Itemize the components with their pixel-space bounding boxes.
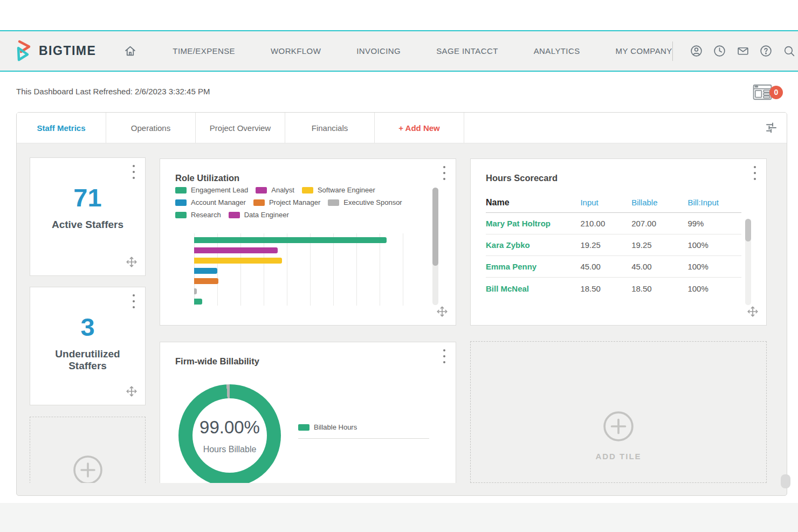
legend-label: Account Manager [191, 198, 246, 206]
billable-value: 19.25 [631, 240, 687, 250]
bill-input-value: 100% [687, 284, 741, 293]
add-tile-placeholder-left[interactable]: ADD TILE [30, 417, 146, 483]
add-tile-placeholder-right[interactable]: ADD TILE [470, 341, 767, 483]
nav-icon-group [672, 42, 796, 61]
bar-project-manager[interactable] [194, 278, 218, 284]
bigtime-logo-icon [14, 39, 33, 64]
nav-item-time-expense[interactable]: TIME/EXPENSE [173, 46, 235, 56]
billability-legend: Billable Hours [298, 423, 429, 439]
bar-account-manager[interactable] [194, 268, 217, 274]
add-tile-label: ADD TILE [595, 452, 641, 461]
tab-staff-metrics[interactable]: Staff Metrics [17, 113, 106, 143]
bill-input-value: 99% [687, 219, 741, 228]
page-scrollbar-thumb[interactable] [781, 474, 790, 488]
bigtime-logo[interactable]: BIGTIME [14, 39, 96, 64]
bill-input-value: 100% [687, 240, 741, 250]
column-header-billable[interactable]: Billable [631, 198, 687, 207]
legend-label: Engagement Lead [191, 186, 248, 194]
legend-swatch [229, 212, 240, 218]
tile-menu-button[interactable] [130, 165, 137, 179]
nav-item-workflow[interactable]: WORKFLOW [271, 46, 321, 56]
top-navigation-bar: BIGTIME TIME/EXPENSE WORKFLOW INVOICING … [0, 30, 798, 72]
nav-item-invoicing[interactable]: INVOICING [356, 46, 401, 56]
column-header-input[interactable]: Input [580, 198, 631, 207]
legend-label: Project Manager [269, 198, 320, 206]
notification-badge[interactable]: 0 [769, 86, 783, 99]
home-icon[interactable] [123, 44, 137, 58]
bar-analyst[interactable] [194, 247, 278, 253]
search-icon[interactable] [782, 44, 796, 58]
table-row: Mary Pat Holtrop 210.00 207.00 99% [486, 213, 741, 234]
staffer-name-link[interactable]: Bill McNeal [486, 284, 580, 293]
last-refreshed-text: This Dashboard Last Refreshed: 2/6/2023 … [16, 87, 210, 96]
chart-scrollbar-thumb[interactable] [432, 188, 438, 266]
table-row: Emma Penny 45.00 45.00 100% [486, 256, 741, 278]
tab-financials[interactable]: Financials [285, 113, 375, 143]
input-value: 210.00 [580, 219, 631, 228]
move-handle-icon[interactable] [436, 306, 448, 320]
nav-item-my-company[interactable]: MY COMPANY [616, 46, 672, 56]
bar-engagement-lead[interactable] [194, 237, 387, 243]
scorecard-header-row: Name Input Billable Bill:Input [486, 192, 741, 213]
legend-swatch [328, 199, 339, 206]
tile-menu-button[interactable] [130, 294, 137, 308]
bar-executive-sponsor[interactable] [194, 288, 197, 294]
clock-icon[interactable] [713, 44, 727, 58]
tile-menu-button[interactable] [441, 166, 448, 180]
move-handle-icon[interactable] [126, 256, 137, 270]
help-icon[interactable] [759, 44, 773, 58]
tile-menu-button[interactable] [751, 166, 759, 180]
mail-icon[interactable] [736, 44, 750, 58]
billable-value: 45.00 [631, 262, 687, 271]
staffer-name-link[interactable]: Mary Pat Holtrop [486, 219, 580, 228]
active-staffers-tile: 71 Active Staffers [30, 157, 146, 276]
firmwide-billability-card: Firm-wide Billability 99.00% Hours Billa… [160, 342, 456, 483]
hours-scorecard-table: Name Input Billable Bill:Input Mary Pat … [486, 192, 741, 299]
page-bottom-strip [0, 503, 798, 532]
input-value: 19.25 [580, 240, 631, 250]
move-handle-icon[interactable] [747, 306, 759, 320]
hours-scorecard-title: Hours Scorecard [486, 173, 558, 183]
input-value: 18.50 [580, 284, 631, 293]
dashboard-tab-bar: Staff Metrics Operations Project Overvie… [17, 113, 787, 143]
underutilized-staffers-tile: 3 Underutilized Staffers [30, 287, 146, 405]
bar-research[interactable] [194, 299, 202, 305]
column-header-name[interactable]: Name [486, 198, 580, 208]
tile-menu-button[interactable] [441, 349, 448, 363]
staffer-name-link[interactable]: Kara Zybko [486, 240, 580, 250]
dashboard-settings-button[interactable] [755, 113, 787, 143]
billable-value: 207.00 [631, 219, 687, 228]
legend-label: Research [191, 211, 221, 219]
legend-swatch [298, 424, 309, 431]
input-value: 45.00 [580, 262, 631, 271]
role-utilization-bar-chart [194, 233, 426, 309]
bill-input-value: 100% [687, 262, 741, 271]
table-row: Bill McNeal 18.50 18.50 100% [486, 278, 741, 299]
legend-swatch [302, 187, 313, 194]
table-row: Kara Zybko 19.25 19.25 100% [486, 234, 741, 256]
bar-software-engineer[interactable] [194, 258, 282, 264]
tab-project-overview[interactable]: Project Overview [196, 113, 285, 143]
nav-item-sage-intacct[interactable]: SAGE INTACCT [436, 46, 498, 56]
dashboard-panel: Staff Metrics Operations Project Overvie… [16, 112, 787, 496]
move-handle-icon[interactable] [126, 385, 137, 399]
brand-name: BIGTIME [39, 44, 96, 58]
table-scrollbar-thumb[interactable] [745, 219, 751, 241]
legend-swatch [175, 199, 187, 206]
legend-swatch [175, 187, 187, 194]
legend-swatch [253, 199, 265, 206]
billability-percent: 99.00% [200, 417, 260, 438]
hours-scorecard-card: Hours Scorecard Name Input Billable Bill… [470, 158, 767, 326]
role-utilization-legend: Engagement Lead Analyst Software Enginee… [175, 186, 410, 223]
role-utilization-card: Role Utilization Engagement Lead Analyst… [160, 158, 456, 326]
column-header-bill-input[interactable]: Bill:Input [687, 198, 741, 207]
nav-item-analytics[interactable]: ANALYTICS [534, 46, 580, 56]
legend-swatch [175, 212, 187, 218]
tab-operations[interactable]: Operations [106, 113, 196, 143]
profile-icon[interactable] [690, 44, 704, 58]
dashboard-queue-widget[interactable]: 0 [753, 84, 783, 100]
tab-row-spacer [464, 113, 755, 143]
legend-divider [298, 438, 429, 439]
add-new-tab-button[interactable]: + Add New [375, 113, 464, 143]
staffer-name-link[interactable]: Emma Penny [486, 262, 580, 271]
